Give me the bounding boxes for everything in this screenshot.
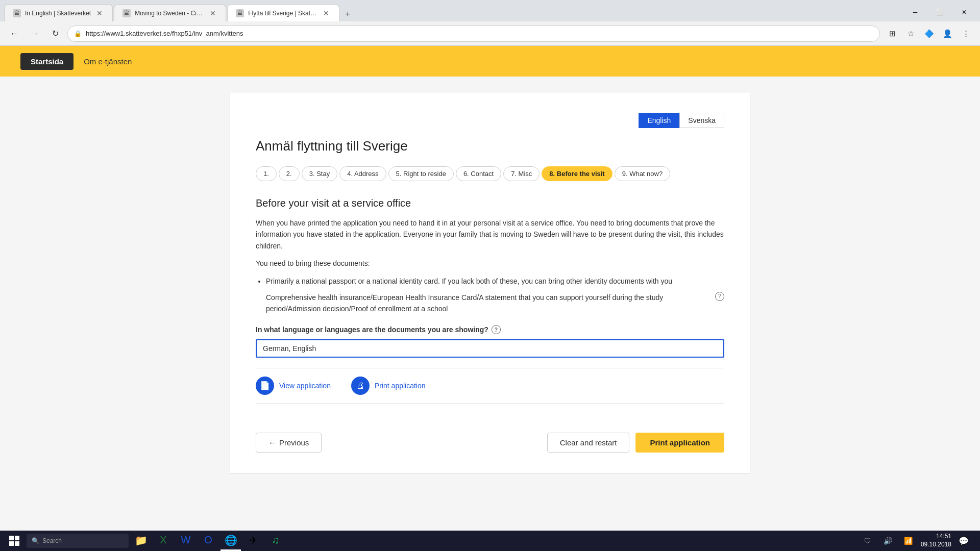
step-4-address[interactable]: 4. Address (339, 166, 386, 181)
language-switcher: English Svenska (256, 113, 724, 128)
url-text: https://www1.skatteverket.se/fhxp51/inv_… (86, 30, 873, 37)
doc-item-2-text: Comprehensive health insurance/European … (266, 292, 713, 315)
taskbar-app-chrome[interactable]: 🌐 (220, 531, 241, 551)
browser-tab-2[interactable]: 🏛 Moving to Sweden - Civil registr... ✕ (114, 4, 226, 21)
view-application-link[interactable]: 📄 View application (256, 377, 331, 395)
taskbar-search[interactable]: 🔍Search (27, 534, 129, 548)
english-language-button[interactable]: English (639, 113, 679, 128)
lock-icon: 🔒 (74, 30, 82, 37)
address-bar[interactable]: 🔒 https://www1.skatteverket.se/fhxp51/in… (67, 26, 880, 42)
new-tab-button[interactable]: + (340, 7, 355, 21)
print-application-icon: 🖨 (351, 377, 370, 395)
tab1-close[interactable]: ✕ (95, 9, 104, 18)
taskbar-date: 09.10.2018 (921, 541, 951, 549)
minimize-button[interactable]: ─ (903, 4, 927, 20)
taskbar-notifications-button[interactable]: 💬 (955, 533, 972, 549)
tab3-favicon: 🏛 (236, 9, 244, 17)
print-application-button[interactable]: Print application (635, 433, 724, 453)
step-2[interactable]: 2. (279, 166, 300, 181)
tab1-title: In English | Skatteverket (25, 10, 91, 17)
profile-icon[interactable]: 👤 (939, 26, 955, 42)
tab1-favicon: 🏛 (13, 9, 21, 17)
previous-arrow-icon: ← (268, 438, 276, 447)
taskbar-volume-icon[interactable]: 🔊 (880, 533, 896, 549)
previous-label: Previous (279, 438, 309, 447)
print-application-label: Print application (375, 382, 426, 390)
clear-and-restart-button[interactable]: Clear and restart (547, 433, 630, 453)
nav-startsida[interactable]: Startsida (20, 53, 74, 70)
maximize-button[interactable]: ⬜ (928, 4, 951, 20)
page-title: Anmäl flyttning till Sverige (256, 138, 724, 154)
main-content: English Svenska Anmäl flyttning till Sve… (230, 92, 750, 473)
bookmark-icon[interactable]: ☆ (902, 26, 919, 42)
menu-icon[interactable]: ⋮ (958, 26, 974, 42)
taskbar-time: 14:51 (936, 533, 951, 541)
taskbar-app-spotify[interactable]: ♫ (265, 531, 286, 551)
taskbar-app-excel[interactable]: X (153, 531, 174, 551)
taskbar-network-icon[interactable]: 📶 (900, 533, 917, 549)
reload-button[interactable]: ↻ (47, 26, 63, 42)
view-application-label: View application (279, 382, 331, 390)
back-button[interactable]: ← (6, 26, 22, 42)
svenska-language-button[interactable]: Svenska (679, 113, 724, 128)
step-7-misc[interactable]: 7. Misc (503, 166, 540, 181)
view-application-icon: 📄 (256, 377, 274, 395)
close-button[interactable]: ✕ (952, 4, 976, 20)
taskbar-app-outlook[interactable]: O (198, 531, 218, 551)
tab2-favicon: 🏛 (122, 9, 131, 17)
translate-icon[interactable]: ⊞ (884, 26, 900, 42)
step-indicator: 1. 2. 3. Stay 4. Address 5. Right to res… (256, 166, 724, 181)
taskbar-app-explorer[interactable]: 📁 (131, 531, 151, 551)
print-application-link[interactable]: 🖨 Print application (351, 377, 426, 395)
step-1[interactable]: 1. (256, 166, 277, 181)
taskbar-notification-icon[interactable]: 🛡 (860, 533, 876, 549)
taskbar: 🔍Search 📁 X W O 🌐 ✈ ♫ 🛡 🔊 📶 14:51 09.10.… (0, 531, 980, 551)
taskbar-right: 🛡 🔊 📶 14:51 09.10.2018 💬 (860, 533, 976, 549)
extension-icon[interactable]: 🔷 (921, 26, 937, 42)
nav-om-tjansten[interactable]: Om e-tjänsten (84, 57, 132, 66)
site-header: Startsida Om e-tjänsten (0, 46, 980, 77)
language-input[interactable] (256, 339, 724, 358)
question-help-icon[interactable]: ? (492, 325, 501, 334)
taskbar-datetime: 14:51 09.10.2018 (921, 533, 951, 548)
taskbar-app-word[interactable]: W (176, 531, 196, 551)
tab3-title: Flytta till Sverige | Skatteverket (248, 10, 317, 17)
section-heading: Before your visit at a service office (256, 197, 724, 209)
bottom-navigation: ← Previous Clear and restart Print appli… (256, 424, 724, 453)
doc-item-2-help-icon[interactable]: ? (715, 292, 724, 301)
previous-button[interactable]: ← Previous (256, 433, 322, 453)
svg-rect-1 (15, 536, 19, 540)
browser-tab-1[interactable]: 🏛 In English | Skatteverket ✕ (4, 4, 113, 21)
step-6-contact[interactable]: 6. Contact (456, 166, 501, 181)
docs-label: You need to bring these documents: (256, 258, 724, 269)
documents-list: Primarily a national passport or a natio… (266, 276, 724, 315)
svg-rect-3 (15, 541, 19, 546)
svg-rect-0 (9, 536, 14, 540)
step-3-stay[interactable]: 3. Stay (302, 166, 337, 181)
right-buttons: Clear and restart Print application (547, 433, 724, 453)
tab3-close[interactable]: ✕ (322, 9, 331, 18)
browser-tab-3[interactable]: 🏛 Flytta till Sverige | Skatteverket ✕ (227, 4, 339, 21)
taskbar-app-telegram[interactable]: ✈ (243, 531, 263, 551)
svg-rect-2 (9, 541, 14, 546)
doc-item-2: Comprehensive health insurance/European … (266, 292, 724, 315)
doc-item-1: Primarily a national passport or a natio… (266, 276, 724, 287)
start-button[interactable] (4, 533, 24, 549)
tab2-close[interactable]: ✕ (208, 9, 217, 18)
action-links: 📄 View application 🖨 Print application (256, 368, 724, 404)
intro-text: When you have printed the application yo… (256, 217, 724, 252)
step-8-before-the-visit[interactable]: 8. Before the visit (542, 166, 612, 181)
forward-button[interactable]: → (27, 26, 43, 42)
language-question-label: In what language or languages are the do… (256, 325, 724, 334)
step-5-right-to-reside[interactable]: 5. Right to reside (388, 166, 454, 181)
tab2-title: Moving to Sweden - Civil registr... (135, 10, 204, 17)
step-9-what-now[interactable]: 9. What now? (615, 166, 671, 181)
